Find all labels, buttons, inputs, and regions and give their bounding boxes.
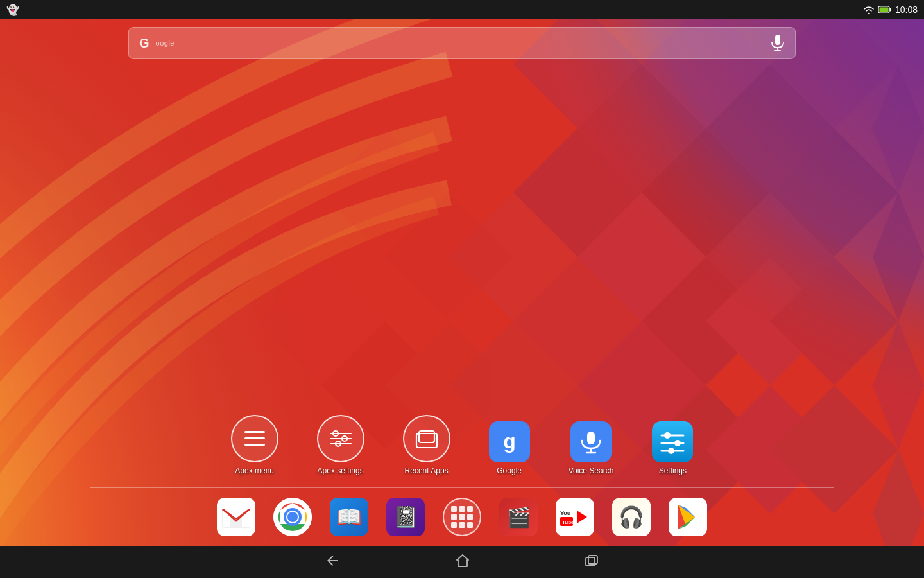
gmail-dock-app[interactable] [217,498,255,536]
svg-rect-73 [459,522,465,528]
svg-rect-35 [889,8,891,12]
status-bar: 👻 10:08 [0,0,924,19]
svg-rect-36 [879,8,888,12]
notification-icon: 👻 [6,4,19,16]
settings-label: Settings [659,466,687,475]
video-icon: 🎬 [499,498,538,536]
svg-point-65 [287,512,298,522]
svg-rect-66 [451,506,457,512]
gmail-icon [217,498,255,536]
svg-rect-41 [244,437,265,439]
svg-rect-72 [451,522,457,528]
svg-rect-52 [587,432,595,444]
svg-rect-58 [664,432,671,439]
recent-apps-app[interactable]: Recent Apps [403,415,450,475]
svg-rect-69 [451,514,457,520]
svg-rect-87 [588,556,597,564]
keep-dock-app[interactable]: 📓 [386,498,425,536]
google-icon: g [489,421,530,462]
recent-button[interactable] [585,555,599,570]
svg-text:g: g [503,430,516,453]
svg-rect-59 [674,440,681,446]
svg-text:Tube: Tube [562,520,574,525]
apex-menu-app[interactable]: Apex menu [231,415,278,475]
voice-search-app[interactable]: Voice Search [569,421,614,475]
battery-icon [878,6,891,13]
svg-rect-67 [459,506,465,512]
svg-marker-85 [457,555,468,566]
status-time: 10:08 [895,4,918,15]
youtube-icon: You Tube [556,498,594,536]
main-apps-row: Apex menu Apex settings Recent Apps [0,415,924,475]
google-label: Google [497,466,522,475]
recent-apps-label: Recent Apps [405,466,449,475]
video-dock-app[interactable]: 🎬 [499,498,538,536]
settings-app-icon [652,421,693,462]
play-books-icon: 📖 [330,498,368,536]
apex-menu-icon [231,415,278,462]
google-search-bar[interactable]: G oogle [128,27,796,59]
svg-rect-74 [467,522,473,528]
dock: 📖 📓 🎬 [0,488,924,546]
svg-rect-68 [467,506,473,512]
apex-settings-icon [317,415,364,462]
all-apps-dock-app[interactable] [443,498,481,536]
chrome-dock-app[interactable] [273,498,312,536]
google-app[interactable]: g Google [489,421,530,475]
wifi-icon [863,5,875,14]
svg-rect-40 [244,431,265,433]
svg-rect-86 [586,557,595,566]
home-button[interactable] [456,554,470,571]
apex-settings-app[interactable]: Apex settings [317,415,364,475]
apex-settings-label: Apex settings [318,466,364,475]
svg-rect-70 [459,514,465,520]
back-button[interactable] [325,553,340,572]
voice-search-app-icon [570,421,612,462]
svg-rect-60 [668,448,674,454]
svg-rect-50 [419,431,434,442]
keep-icon: 📓 [386,498,425,536]
svg-rect-42 [244,444,265,446]
voice-search-icon[interactable] [771,35,785,51]
svg-rect-71 [467,514,473,520]
music-dock-app[interactable]: 🎧 [612,498,651,536]
apex-menu-label: Apex menu [235,466,274,475]
play-store-dock-app[interactable] [669,498,707,536]
play-books-dock-app[interactable]: 📖 [330,498,368,536]
voice-search-label: Voice Search [569,466,614,475]
navigation-bar [0,546,924,578]
play-store-icon [669,498,707,536]
all-apps-icon [443,498,481,536]
settings-app[interactable]: Settings [652,421,693,475]
svg-text:You: You [560,510,570,516]
headphones-icon: 🎧 [612,498,651,536]
chrome-icon [273,498,312,536]
recent-apps-icon [403,415,450,462]
youtube-dock-app[interactable]: You Tube [556,498,594,536]
svg-rect-37 [775,35,780,45]
